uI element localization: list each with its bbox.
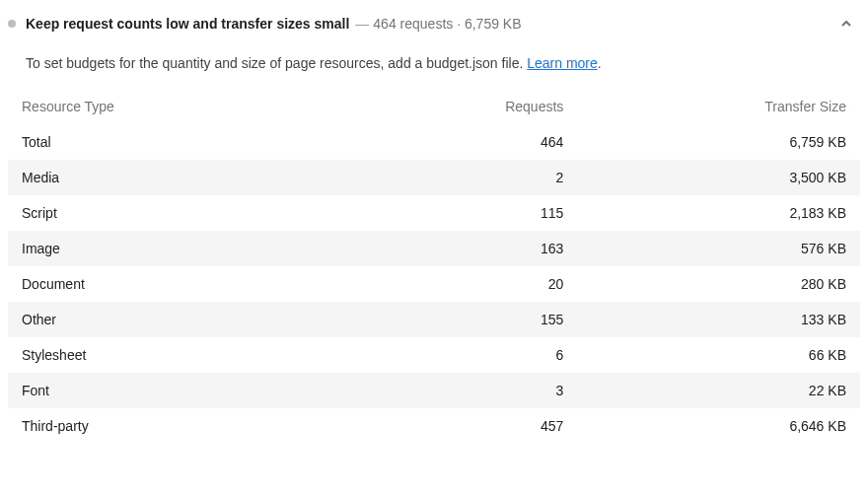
audit-header: Keep request counts low and transfer siz… — [8, 10, 860, 37]
cell-transfer-size: 6,646 KB — [571, 418, 846, 434]
cell-resource-type: Other — [22, 312, 389, 327]
cell-transfer-size: 280 KB — [571, 276, 846, 292]
audit-summary: 464 requests · 6,759 KB — [373, 16, 521, 32]
cell-requests: 6 — [389, 347, 572, 363]
table-body: Total4646,759 KBMedia23,500 KBScript1152… — [8, 124, 860, 444]
cell-resource-type: Third-party — [22, 418, 389, 434]
header-requests: Requests — [389, 99, 572, 114]
table-row: Script1152,183 KB — [8, 195, 860, 231]
header-transfer-size: Transfer Size — [571, 99, 846, 114]
cell-requests: 155 — [389, 312, 572, 327]
table-row: Media23,500 KB — [8, 160, 860, 195]
table-header-row: Resource Type Requests Transfer Size — [8, 89, 860, 124]
table-row: Image163576 KB — [8, 231, 860, 266]
learn-more-link[interactable]: Learn more — [527, 55, 598, 71]
cell-transfer-size: 66 KB — [571, 347, 846, 363]
description-text: To set budgets for the quantity and size… — [26, 55, 527, 71]
cell-resource-type: Total — [22, 134, 389, 150]
header-resource-type: Resource Type — [22, 99, 389, 114]
cell-requests: 20 — [389, 276, 572, 292]
cell-requests: 464 — [389, 134, 572, 150]
cell-resource-type: Script — [22, 205, 389, 221]
separator-dash: — — [355, 16, 369, 32]
table-row: Stylesheet666 KB — [8, 337, 860, 373]
status-dot-icon — [8, 20, 16, 28]
cell-transfer-size: 3,500 KB — [571, 170, 846, 185]
table-row: Third-party4576,646 KB — [8, 408, 860, 444]
audit-description: To set budgets for the quantity and size… — [8, 37, 860, 89]
table-row: Total4646,759 KB — [8, 124, 860, 160]
cell-resource-type: Stylesheet — [22, 347, 389, 363]
cell-requests: 163 — [389, 241, 572, 256]
chevron-up-icon — [840, 18, 852, 30]
resource-table: Resource Type Requests Transfer Size Tot… — [8, 89, 860, 444]
table-row: Other155133 KB — [8, 302, 860, 337]
cell-transfer-size: 22 KB — [571, 383, 846, 398]
cell-requests: 3 — [389, 383, 572, 398]
description-suffix: . — [598, 55, 602, 71]
cell-resource-type: Image — [22, 241, 389, 256]
table-row: Font322 KB — [8, 373, 860, 408]
table-row: Document20280 KB — [8, 266, 860, 302]
cell-requests: 457 — [389, 418, 572, 434]
cell-resource-type: Document — [22, 276, 389, 292]
cell-transfer-size: 576 KB — [571, 241, 846, 256]
audit-title: Keep request counts low and transfer siz… — [26, 16, 349, 32]
collapse-toggle[interactable] — [836, 14, 856, 34]
cell-requests: 2 — [389, 170, 572, 185]
cell-resource-type: Media — [22, 170, 389, 185]
cell-requests: 115 — [389, 205, 572, 221]
cell-transfer-size: 133 KB — [571, 312, 846, 327]
cell-transfer-size: 2,183 KB — [571, 205, 846, 221]
cell-resource-type: Font — [22, 383, 389, 398]
cell-transfer-size: 6,759 KB — [571, 134, 846, 150]
